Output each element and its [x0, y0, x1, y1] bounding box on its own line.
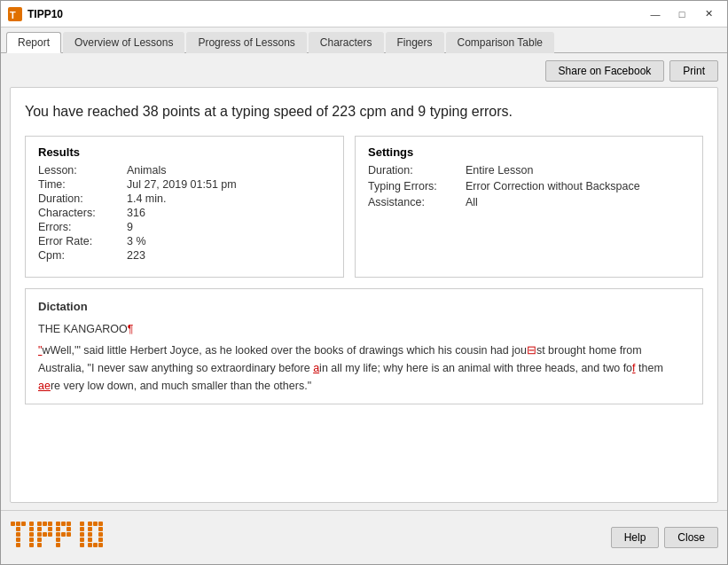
title-bar: T TIPP10 — □ ✕ [1, 1, 727, 27]
svg-rect-15 [43, 522, 47, 526]
settings-title: Settings [368, 145, 690, 159]
svg-rect-27 [56, 527, 60, 531]
error-f: f [632, 362, 635, 374]
footer-buttons: Help Close [611, 527, 718, 548]
settings-typing-errors-label: Typing Errors: [368, 180, 466, 192]
dictation-title: Dictation [38, 298, 690, 317]
dictation-body: "wWell,'" said little Herbert Joyce, as … [38, 341, 690, 395]
svg-rect-49 [93, 543, 98, 547]
svg-rect-29 [56, 532, 60, 537]
dictation-line1: "wWell,'" said little Herbert Joyce, as … [38, 344, 663, 374]
tab-characters[interactable]: Characters [309, 32, 384, 53]
tab-overview-of-lessons[interactable]: Overview of Lessons [63, 32, 184, 53]
close-button[interactable]: Close [664, 527, 718, 548]
content-area: Share on Facebook Print You have reached… [1, 53, 727, 510]
time-value: Jul 27, 2019 01:51 pm [127, 178, 331, 191]
svg-rect-41 [98, 522, 103, 526]
lesson-label: Lesson: [38, 164, 127, 177]
title-bar-left: T TIPP10 [8, 7, 63, 21]
svg-rect-12 [29, 538, 34, 542]
settings-table: Duration: Entire Lesson Typing Errors: E… [368, 164, 690, 208]
logo-svg [10, 518, 143, 557]
tab-progress-of-lessons[interactable]: Progress of Lessons [186, 32, 306, 53]
svg-rect-19 [37, 532, 42, 537]
settings-duration-value: Entire Lesson [466, 164, 690, 177]
window-close-button[interactable]: ✕ [697, 5, 720, 23]
app-window: T TIPP10 — □ ✕ Report Overview of Lesson… [0, 0, 728, 565]
svg-rect-10 [29, 527, 34, 531]
dictation-line2: aere very low down, and much smaller tha… [38, 380, 311, 392]
svg-rect-4 [21, 522, 26, 526]
duration-value: 1.4 min. [127, 192, 331, 205]
svg-rect-18 [48, 527, 52, 531]
svg-rect-8 [16, 543, 20, 547]
svg-rect-38 [80, 543, 84, 547]
svg-rect-35 [80, 527, 84, 531]
title-controls: — □ ✕ [644, 5, 720, 23]
errors-value: 9 [127, 221, 331, 233]
svg-rect-31 [67, 532, 71, 537]
results-table: Lesson: Animals Time: Jul 27, 2019 01:51… [38, 164, 331, 262]
svg-rect-6 [16, 532, 20, 537]
svg-rect-13 [29, 543, 34, 547]
svg-rect-22 [37, 538, 42, 542]
svg-rect-16 [48, 522, 52, 526]
results-title: Results [38, 145, 331, 159]
svg-rect-43 [98, 527, 103, 531]
svg-rect-47 [98, 538, 103, 542]
svg-rect-33 [56, 543, 60, 547]
svg-rect-40 [93, 522, 98, 526]
footer: Help Close [1, 510, 727, 564]
normal-w: w [42, 344, 50, 357]
footer-logo [10, 518, 143, 557]
help-button[interactable]: Help [611, 527, 660, 548]
error-rate-value: 3 % [127, 235, 331, 247]
svg-rect-5 [16, 527, 20, 531]
maximize-button[interactable]: □ [670, 5, 693, 23]
svg-rect-37 [80, 538, 84, 542]
tab-comparison-table[interactable]: Comparison Table [446, 32, 555, 53]
dictation-box: Dictation THE KANGAROO¶ "wWell,'" said l… [25, 288, 703, 404]
svg-rect-14 [37, 522, 42, 526]
characters-value: 316 [127, 207, 331, 219]
settings-assistance-value: All [466, 196, 690, 208]
svg-rect-48 [88, 543, 92, 547]
svg-rect-23 [37, 543, 42, 547]
settings-duration-label: Duration: [368, 164, 466, 177]
dictation-heading: THE KANGAROO¶ [38, 320, 690, 338]
svg-rect-32 [56, 538, 60, 542]
minimize-button[interactable]: — [644, 5, 667, 23]
time-label: Time: [38, 178, 127, 191]
print-button[interactable]: Print [669, 60, 718, 82]
main-panel: You have reached 38 points at a typing s… [10, 87, 718, 503]
error-square: ⊟ [527, 344, 536, 357]
share-facebook-button[interactable]: Share on Facebook [545, 60, 665, 82]
svg-rect-50 [98, 543, 103, 547]
summary-text: You have reached 38 points at a typing s… [25, 100, 703, 125]
error-a: a [313, 362, 319, 374]
svg-rect-24 [56, 522, 60, 526]
svg-rect-45 [98, 532, 103, 537]
svg-rect-39 [88, 522, 92, 526]
svg-rect-26 [67, 522, 71, 526]
svg-rect-9 [29, 522, 34, 526]
tab-report[interactable]: Report [6, 32, 61, 53]
svg-rect-2 [11, 522, 15, 526]
svg-rect-42 [88, 527, 92, 531]
error-ae: ae [38, 380, 51, 392]
characters-label: Characters: [38, 207, 127, 219]
error-rate-label: Error Rate: [38, 235, 127, 247]
settings-box: Settings Duration: Entire Lesson Typing … [355, 136, 703, 278]
svg-rect-17 [37, 527, 42, 531]
svg-rect-11 [29, 532, 34, 537]
settings-assistance-label: Assistance: [368, 196, 466, 208]
cpm-value: 223 [127, 249, 331, 262]
cpm-label: Cpm: [38, 249, 127, 262]
svg-text:T: T [10, 10, 16, 20]
svg-rect-20 [43, 532, 47, 537]
toolbar: Share on Facebook Print [10, 60, 718, 82]
svg-rect-34 [80, 522, 84, 526]
tab-fingers[interactable]: Fingers [386, 32, 444, 53]
svg-rect-25 [61, 522, 66, 526]
errors-label: Errors: [38, 221, 127, 233]
